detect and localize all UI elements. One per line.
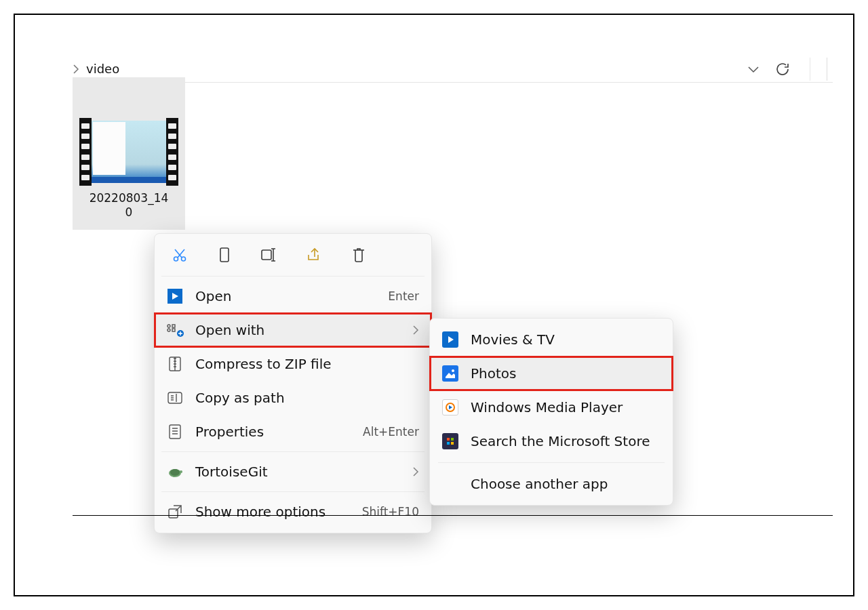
zip-icon [165, 356, 184, 372]
copy-button[interactable] [214, 245, 235, 265]
menu-item-label: Open [195, 288, 377, 304]
svg-rect-20 [451, 438, 454, 441]
svg-point-17 [452, 369, 454, 372]
menu-item-show-more[interactable]: Show more options Shift+F10 [155, 495, 431, 529]
menu-item-open-with[interactable]: Open with [155, 313, 431, 347]
menu-item-accelerator: Shift+F10 [362, 505, 419, 518]
rename-button[interactable] [259, 245, 279, 265]
menu-item-label: Copy as path [195, 390, 419, 406]
menu-item-label: TortoiseGit [195, 464, 401, 480]
svg-rect-22 [451, 442, 454, 445]
submenu-item-label: Choose another app [471, 476, 660, 492]
submenu-item-movies-tv[interactable]: Movies & TV [430, 323, 673, 357]
svg-point-0 [174, 257, 178, 261]
chevron-right-icon [412, 467, 419, 476]
menu-item-label: Compress to ZIP file [195, 356, 419, 372]
breadcrumb-folder-label: video [86, 62, 119, 76]
open-with-submenu: Movies & TV Photos Windows Media Player [429, 318, 673, 506]
context-menu: Open Enter Open with [154, 233, 432, 533]
svg-rect-7 [172, 325, 175, 327]
submenu-item-choose-another[interactable]: Choose another app [430, 467, 673, 501]
divider [827, 58, 827, 81]
file-name-label: 20220803_14 0 [90, 191, 169, 220]
menu-item-copy-as-path[interactable]: Copy as path [155, 381, 431, 415]
properties-icon [165, 424, 184, 440]
menu-item-open[interactable]: Open Enter [155, 279, 431, 313]
share-button[interactable] [304, 245, 324, 265]
submenu-item-wmp[interactable]: Windows Media Player [430, 390, 673, 424]
file-item[interactable]: 20220803_14 0 [73, 77, 185, 230]
submenu-item-label: Search the Microsoft Store [471, 433, 660, 449]
movies-tv-app-icon [165, 289, 184, 304]
menu-item-accelerator: Alt+Enter [363, 425, 419, 439]
menu-item-tortoisegit[interactable]: TortoiseGit [155, 455, 431, 489]
chevron-right-icon [412, 325, 419, 335]
ms-store-icon [441, 433, 460, 449]
svg-rect-11 [168, 392, 182, 403]
divider [810, 58, 810, 81]
show-more-icon [165, 504, 184, 519]
cut-button[interactable] [170, 245, 190, 265]
chevron-right-icon [73, 64, 79, 74]
svg-rect-21 [447, 442, 450, 445]
video-thumbnail-icon [79, 118, 178, 186]
svg-point-1 [182, 257, 186, 261]
svg-point-5 [167, 325, 170, 327]
submenu-item-label: Movies & TV [471, 331, 660, 348]
address-bar: video [73, 56, 833, 83]
submenu-item-ms-store[interactable]: Search the Microsoft Store [430, 424, 673, 458]
delete-button[interactable] [349, 245, 369, 265]
submenu-item-label: Windows Media Player [471, 399, 660, 415]
copy-path-icon [165, 391, 184, 405]
breadcrumb-dropdown-button[interactable] [747, 65, 760, 73]
menu-item-label: Open with [195, 322, 401, 338]
svg-point-15 [180, 470, 182, 473]
svg-point-6 [167, 329, 170, 331]
svg-rect-12 [170, 425, 180, 439]
submenu-item-photos[interactable]: Photos [430, 357, 673, 390]
svg-point-14 [170, 469, 180, 476]
svg-rect-19 [447, 438, 450, 441]
submenu-item-label: Photos [471, 365, 660, 382]
svg-rect-2 [220, 248, 229, 262]
context-menu-action-row [155, 238, 431, 273]
svg-rect-3 [262, 250, 271, 260]
photos-app-icon [441, 365, 460, 382]
menu-item-compress-zip[interactable]: Compress to ZIP file [155, 347, 431, 381]
open-with-icon [165, 323, 184, 338]
movies-tv-app-icon [441, 331, 460, 348]
wmp-app-icon [441, 399, 460, 415]
menu-item-accelerator: Enter [388, 289, 419, 303]
breadcrumb[interactable]: video [73, 62, 747, 76]
menu-item-properties[interactable]: Properties Alt+Enter [155, 415, 431, 449]
menu-item-label: Show more options [195, 504, 351, 520]
svg-rect-8 [172, 329, 175, 331]
divider [73, 515, 833, 516]
menu-item-label: Properties [195, 424, 352, 440]
tortoisegit-icon [165, 465, 184, 479]
refresh-button[interactable] [774, 61, 791, 77]
